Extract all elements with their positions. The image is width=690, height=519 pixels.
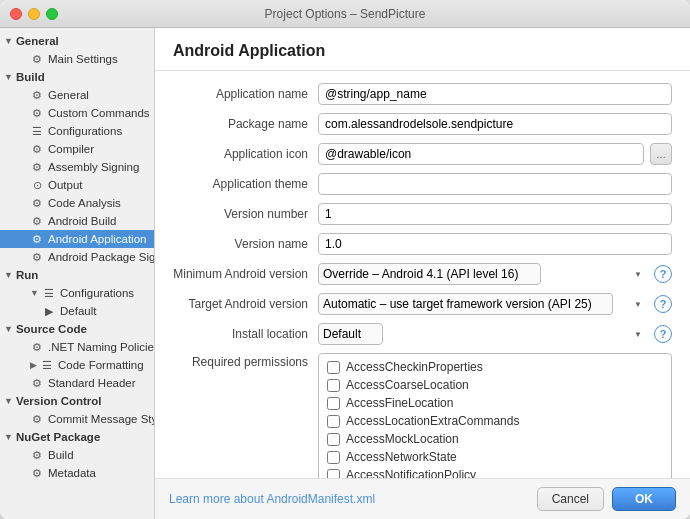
min-android-help-icon[interactable]: ? xyxy=(654,265,672,283)
gear-icon: ⚙ xyxy=(30,88,44,102)
gear-icon: ⚙ xyxy=(30,142,44,156)
ok-button[interactable]: OK xyxy=(612,487,676,511)
package-name-label: Package name xyxy=(173,117,318,131)
sidebar-item-standard-header[interactable]: ⚙ Standard Header xyxy=(0,374,154,392)
sidebar-item-compiler[interactable]: ⚙ Compiler xyxy=(0,140,154,158)
sidebar-item-configurations[interactable]: ☰ Configurations xyxy=(0,122,154,140)
play-icon: ▶ xyxy=(42,304,56,318)
install-location-label: Install location xyxy=(173,327,318,341)
chevron-down-icon: ▼ xyxy=(4,36,13,46)
sidebar-item-output[interactable]: ⊙ Output xyxy=(0,176,154,194)
sidebar-source-code-label: Source Code xyxy=(16,323,87,335)
sidebar-item-android-build[interactable]: ⚙ Android Build xyxy=(0,212,154,230)
sidebar-item-nuget-metadata[interactable]: ⚙ Metadata xyxy=(0,464,154,482)
permission-checkbox[interactable] xyxy=(327,433,340,446)
app-name-input[interactable] xyxy=(318,83,672,105)
app-icon-wrapper: … xyxy=(318,143,672,165)
cancel-button[interactable]: Cancel xyxy=(537,487,604,511)
permission-checkbox[interactable] xyxy=(327,451,340,464)
gear-icon: ⚙ xyxy=(30,250,44,264)
permission-checkbox[interactable] xyxy=(327,415,340,428)
list-item: AccessFineLocation xyxy=(319,394,671,412)
target-android-label: Target Android version xyxy=(173,297,318,311)
app-icon-browse-button[interactable]: … xyxy=(650,143,672,165)
min-android-select[interactable]: Override – Android 4.1 (API level 16) xyxy=(318,263,541,285)
sidebar-item-run-default[interactable]: ▶ Default xyxy=(0,302,154,320)
install-location-select[interactable]: Default xyxy=(318,323,383,345)
app-name-label: Application name xyxy=(173,87,318,101)
target-android-row: Target Android version Automatic – use t… xyxy=(173,293,672,315)
permissions-list[interactable]: AccessCheckinProperties AccessCoarseLoca… xyxy=(319,354,671,478)
sidebar-item-assembly-signing[interactable]: ⚙ Assembly Signing xyxy=(0,158,154,176)
sidebar-item-android-package-signing[interactable]: ⚙ Android Package Signing xyxy=(0,248,154,266)
install-location-help-icon[interactable]: ? xyxy=(654,325,672,343)
gear-icon: ⚙ xyxy=(30,376,44,390)
sidebar-section-build[interactable]: ▼ Build xyxy=(0,68,154,86)
config-icon: ☰ xyxy=(40,358,54,372)
sidebar-item-code-analysis[interactable]: ⚙ Code Analysis xyxy=(0,194,154,212)
footer-area: Learn more about AndroidManifest.xml Can… xyxy=(155,478,690,519)
sidebar-item-android-application[interactable]: ⚙ Android Application xyxy=(0,230,154,248)
permission-checkbox[interactable] xyxy=(327,361,340,374)
chevron-right-icon: ▶ xyxy=(30,360,37,370)
version-number-label: Version number xyxy=(173,207,318,221)
gear-icon: ⚙ xyxy=(30,196,44,210)
chevron-down-icon: ▼ xyxy=(4,72,13,82)
sidebar-nuget-label: NuGet Package xyxy=(16,431,100,443)
min-android-row: Minimum Android version Override – Andro… xyxy=(173,263,672,285)
sidebar-item-net-naming[interactable]: ⚙ .NET Naming Policies xyxy=(0,338,154,356)
app-name-row: Application name xyxy=(173,83,672,105)
permission-checkbox[interactable] xyxy=(327,469,340,479)
list-item: AccessNetworkState xyxy=(319,448,671,466)
gear-icon: ⚙ xyxy=(30,412,44,426)
version-number-row: Version number xyxy=(173,203,672,225)
app-theme-row: Application theme xyxy=(173,173,672,195)
package-name-row: Package name xyxy=(173,113,672,135)
target-android-help-icon[interactable]: ? xyxy=(654,295,672,313)
min-android-label: Minimum Android version xyxy=(173,267,318,281)
learn-more-link[interactable]: Learn more about AndroidManifest.xml xyxy=(169,492,537,506)
version-name-label: Version name xyxy=(173,237,318,251)
sidebar-section-source-code[interactable]: ▼ Source Code xyxy=(0,320,154,338)
gear-icon: ⚙ xyxy=(30,466,44,480)
permission-checkbox[interactable] xyxy=(327,379,340,392)
target-android-select[interactable]: Automatic – use target framework version… xyxy=(318,293,613,315)
sidebar-item-main-settings[interactable]: ⚙ Main Settings xyxy=(0,50,154,68)
config-icon: ☰ xyxy=(42,286,56,300)
maximize-button[interactable] xyxy=(46,8,58,20)
sidebar-item-code-formatting[interactable]: ▶ ☰ Code Formatting xyxy=(0,356,154,374)
chevron-down-icon: ▼ xyxy=(4,432,13,442)
install-location-select-wrapper: Default xyxy=(318,323,648,345)
app-theme-input[interactable] xyxy=(318,173,672,195)
footer-buttons: Cancel OK xyxy=(537,487,676,511)
sidebar-item-commit-message[interactable]: ⚙ Commit Message Style xyxy=(0,410,154,428)
min-android-select-wrapper: Override – Android 4.1 (API level 16) xyxy=(318,263,648,285)
sidebar-general-label: General xyxy=(16,35,59,47)
sidebar-item-general-build[interactable]: ⚙ General xyxy=(0,86,154,104)
config-icon: ☰ xyxy=(30,124,44,138)
traffic-lights xyxy=(10,8,58,20)
permission-checkbox[interactable] xyxy=(327,397,340,410)
list-item: AccessCoarseLocation xyxy=(319,376,671,394)
sidebar-item-nuget-build[interactable]: ⚙ Build xyxy=(0,446,154,464)
minimize-button[interactable] xyxy=(28,8,40,20)
list-item: AccessNotificationPolicy xyxy=(319,466,671,478)
sidebar-section-general[interactable]: ▼ General xyxy=(0,32,154,50)
version-name-input[interactable] xyxy=(318,233,672,255)
gear-icon: ⚙ xyxy=(30,214,44,228)
sidebar-section-nuget[interactable]: ▼ NuGet Package xyxy=(0,428,154,446)
app-icon-input[interactable] xyxy=(318,143,644,165)
sidebar-section-run[interactable]: ▼ Run xyxy=(0,266,154,284)
sidebar-section-version-control[interactable]: ▼ Version Control xyxy=(0,392,154,410)
sidebar-item-custom-commands[interactable]: ⚙ Custom Commands xyxy=(0,104,154,122)
app-icon-row: Application icon … xyxy=(173,143,672,165)
gear-icon: ⚙ xyxy=(30,160,44,174)
gear-icon: ⚙ xyxy=(30,448,44,462)
version-name-row: Version name xyxy=(173,233,672,255)
install-location-wrapper: Default ? xyxy=(318,323,672,345)
package-name-input[interactable] xyxy=(318,113,672,135)
version-number-input[interactable] xyxy=(318,203,672,225)
close-button[interactable] xyxy=(10,8,22,20)
window: Project Options – SendPicture ▼ General … xyxy=(0,0,690,519)
sidebar-item-run-configurations[interactable]: ▼ ☰ Configurations xyxy=(0,284,154,302)
